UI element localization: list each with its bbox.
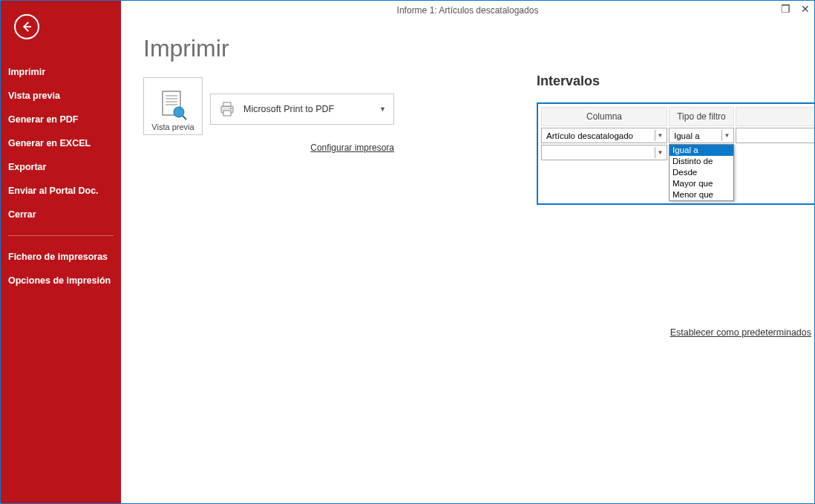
window-controls: ❐ ✕ [781,4,810,14]
printer-icon [218,100,236,118]
intervals-row-0: Artículo descatalogado ▼ Igual a ▼ 1 Igu… [541,128,815,143]
svg-point-5 [174,107,184,117]
type-option-mayor-que[interactable]: Mayor que [670,178,733,189]
sidebar-item-exportar[interactable]: Exportar [1,155,121,179]
header-columna: Columna [541,107,667,126]
sidebar-item-generar-excel[interactable]: Generar en EXCEL [1,131,121,155]
column-select-0[interactable]: Artículo descatalogado ▼ [541,128,667,143]
chevron-down-icon[interactable]: ▼ [721,130,732,141]
type-select-0[interactable]: Igual a ▼ [669,128,734,143]
sidebar-item-cerrar[interactable]: Cerrar [1,203,121,226]
type-option-desde[interactable]: Desde [670,167,733,178]
type-option-igual-a[interactable]: Igual a [670,145,733,156]
chevron-down-icon[interactable]: ▼ [655,147,665,158]
type-dropdown-list: Igual a Distinto de Desde Mayor que Meno… [669,144,734,201]
printer-column: Microsoft Print to PDF ▼ [210,77,394,125]
sidebar-item-imprimir[interactable]: Imprimir [1,60,121,84]
type-option-distinto-de[interactable]: Distinto de [670,156,733,167]
intervals-header-row: Columna Tipo de filtro Filtro [541,107,815,126]
close-icon[interactable]: ✕ [801,4,810,14]
document-magnifier-icon [158,90,188,122]
svg-rect-9 [223,111,231,116]
type-value-0: Igual a [674,131,700,140]
type-option-menor-que[interactable]: Menor que [670,189,733,200]
svg-rect-8 [223,102,231,106]
svg-line-6 [183,116,186,120]
window-title: Informe 1: Artículos descatalogados [397,5,539,16]
intervals-panel: Intervalos Columna Tipo de filtro Filtro… [537,73,815,205]
chevron-down-icon[interactable]: ▼ [655,130,665,141]
sidebar-separator [8,235,114,236]
chevron-down-icon: ▼ [379,105,386,113]
header-filtro: Filtro [736,107,815,126]
column-value-0: Artículo descatalogado [546,131,633,140]
sidebar-item-vista-previa[interactable]: Vista previa [1,84,121,108]
sidebar: Imprimir Vista previa Generar en PDF Gen… [1,1,121,503]
back-button[interactable] [14,14,39,39]
svg-point-10 [230,108,232,109]
intervals-grid: Columna Tipo de filtro Filtro Artículo d… [537,102,815,205]
sidebar-item-opciones-impresion[interactable]: Opciones de impresión [1,269,121,292]
printer-name: Microsoft Print to PDF [243,104,372,114]
arrow-left-icon [20,20,33,33]
intervals-title: Intervalos [537,73,815,89]
set-default-link[interactable]: Establecer como predeterminados [670,327,811,338]
preview-button[interactable]: Vista previa [143,77,203,135]
maximize-icon[interactable]: ❐ [781,4,791,14]
column-select-1[interactable]: ▼ [541,145,667,160]
sidebar-item-enviar-portal[interactable]: Enviar al Portal Doc. [1,179,121,203]
configure-printer-link[interactable]: Configurar impresora [143,143,394,153]
page-title: Imprimir [143,35,799,62]
sidebar-item-fichero-impresoras[interactable]: Fichero de impresoras [1,245,121,269]
filter-input-0[interactable]: 1 [736,128,815,143]
preview-label: Vista previa [151,122,194,131]
main-area: Informe 1: Artículos descatalogados ❐ ✕ … [121,1,814,503]
header-tipo: Tipo de filtro [669,107,734,126]
printer-select[interactable]: Microsoft Print to PDF ▼ [210,94,394,125]
sidebar-item-generar-pdf[interactable]: Generar en PDF [1,108,121,131]
title-bar: Informe 1: Artículos descatalogados ❐ ✕ [121,1,814,20]
